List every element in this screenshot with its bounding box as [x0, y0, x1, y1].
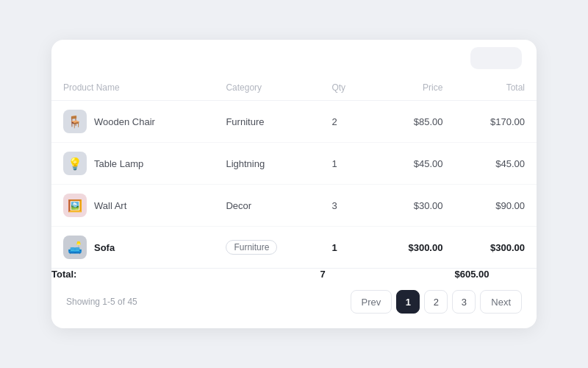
main-card: Product Name Category Qty Price Total 🪑 … [51, 40, 537, 328]
col-header-qty: Qty [320, 77, 373, 101]
product-avatar: 🪑 [63, 110, 87, 133]
table-row: 💡 Table Lamp Lightning 1 $45.00 $45.00 [51, 143, 537, 185]
total-qty: 7 [320, 269, 373, 280]
pagination: Prev 1 2 3 Next [351, 290, 522, 314]
product-avatar: 💡 [63, 152, 87, 175]
qty-cell: 1 [320, 227, 373, 269]
price-cell: $45.00 [373, 143, 455, 185]
totals-row: Total: 7 $605.00 [51, 269, 537, 280]
price-cell: $85.00 [373, 101, 455, 143]
product-name: Table Lamp [94, 158, 143, 169]
col-header-category: Category [214, 77, 320, 101]
category-text: Lightning [226, 158, 265, 169]
page-3-button[interactable]: 3 [452, 290, 476, 314]
products-table: Product Name Category Qty Price Total 🪑 … [51, 77, 537, 280]
category-text: Furniture [226, 116, 264, 127]
product-avatar: 🛋️ [63, 236, 87, 259]
next-button[interactable]: Next [480, 290, 522, 314]
category-cell: Furniture [214, 227, 320, 269]
total-cell: $90.00 [454, 185, 537, 227]
prev-button[interactable]: Prev [351, 290, 392, 314]
qty-cell: 3 [320, 185, 373, 227]
total-cell: $45.00 [454, 143, 537, 185]
page-1-button[interactable]: 1 [396, 290, 420, 314]
total-label: Total: [51, 269, 214, 280]
col-header-product: Product Name [51, 77, 214, 101]
category-text: Decor [226, 200, 251, 211]
total-price-empty [373, 269, 455, 280]
col-header-price: Price [373, 77, 455, 101]
total-amount: $605.00 [454, 269, 537, 280]
table-row: 🛋️ Sofa Furniture 1 $300.00 $300.00 [51, 227, 537, 269]
page-2-button[interactable]: 2 [424, 290, 448, 314]
table-row: 🪑 Wooden Chair Furniture 2 $85.00 $170.0… [51, 101, 537, 143]
product-cell: 🖼️ Wall Art [51, 185, 214, 227]
product-cell: 🪑 Wooden Chair [51, 101, 214, 143]
qty-cell: 1 [320, 143, 373, 185]
product-cell: 💡 Table Lamp [51, 143, 214, 185]
total-cell: $170.00 [454, 101, 537, 143]
price-cell: $30.00 [373, 185, 455, 227]
card-top [51, 40, 537, 77]
product-cell: 🛋️ Sofa [51, 227, 214, 269]
total-cell: $300.00 [454, 227, 537, 269]
category-cell: Lightning [214, 143, 320, 185]
showing-text: Showing 1-5 of 45 [66, 297, 137, 307]
product-name: Sofa [94, 242, 115, 253]
table-row: 🖼️ Wall Art Decor 3 $30.00 $90.00 [51, 185, 537, 227]
category-cell: Furniture [214, 101, 320, 143]
price-cell: $300.00 [373, 227, 455, 269]
category-cell: Decor [214, 185, 320, 227]
product-name: Wall Art [94, 200, 126, 211]
top-placeholder-button [470, 47, 522, 69]
qty-cell: 2 [320, 101, 373, 143]
table-footer: Showing 1-5 of 45 Prev 1 2 3 Next [51, 280, 537, 314]
category-badge: Furniture [226, 240, 277, 255]
total-category-empty [214, 269, 320, 280]
product-avatar: 🖼️ [63, 194, 87, 217]
product-name: Wooden Chair [94, 116, 155, 127]
col-header-total: Total [454, 77, 537, 101]
